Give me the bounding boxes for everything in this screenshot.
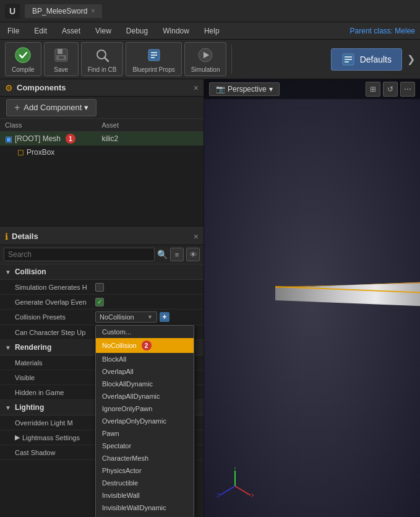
blueprint-props-label: Blueprint Props (132, 66, 174, 73)
dropdown-item-blockalldynamic[interactable]: BlockAllDynamic (96, 378, 194, 390)
mesh-icon: ▣ (5, 134, 12, 144)
menu-asset[interactable]: Asset (59, 25, 83, 37)
svg-line-27 (220, 486, 235, 495)
find-icon (92, 45, 112, 65)
collision-presets-label: Collision Presets (15, 313, 95, 321)
components-panel: ⚙ Components × + Add Component ▾ Class A… (0, 79, 204, 228)
perspective-label: Perspective (228, 85, 267, 93)
search-icon: 🔍 (157, 250, 168, 259)
sim-generates-checkbox[interactable] (95, 283, 104, 292)
eye-button[interactable]: 👁 (186, 248, 200, 261)
perspective-arrow-icon: ▾ (269, 85, 273, 93)
viewport-grid-icon[interactable]: ⊞ (366, 82, 380, 97)
dropdown-item-overlapalldynamic[interactable]: OverlapAllDynamic (96, 390, 194, 402)
save-icon (51, 45, 71, 65)
dropdown-item-destructible[interactable]: Destructible (96, 477, 194, 489)
add-component-bar: + Add Component ▾ (0, 97, 204, 119)
components-close[interactable]: × (194, 83, 199, 93)
sim-generates-label: Simulation Generates H (15, 284, 95, 291)
row-asset-mesh: kilic2 (102, 134, 199, 143)
ue-logo: U (5, 4, 20, 19)
tab-close[interactable]: × (91, 7, 95, 14)
dropdown-item-nocollision[interactable]: NoCollision 2 (96, 338, 194, 353)
col-class: Class (5, 121, 102, 129)
gen-overlap-row: Generate Overlap Even (0, 295, 204, 310)
dropdown-item-overlaponlydynamic[interactable]: OverlapOnlyDynamic (96, 415, 194, 427)
dropdown-item-invisiblewall[interactable]: InvisibleWall (96, 489, 194, 502)
add-component-button[interactable]: + Add Component ▾ (6, 99, 96, 116)
details-panel: ℹ Details × 🔍 ≡ 👁 ▼ Collision Simulation… (0, 228, 204, 517)
menu-file[interactable]: File (5, 25, 22, 37)
viewport-more-icon[interactable]: ⋯ (400, 82, 415, 97)
details-icon: ℹ (5, 232, 8, 241)
menu-edit[interactable]: Edit (32, 25, 49, 37)
menu-bar: File Edit Asset View Debug Window Help P… (0, 22, 420, 40)
dropdown-item-trigger[interactable]: Trigger (96, 514, 194, 517)
defaults-button[interactable]: Defaults (331, 48, 402, 71)
collision-section-header[interactable]: ▼ Collision (0, 264, 204, 280)
components-panel-header: ⚙ Components × (0, 79, 204, 97)
dropdown-item-invisiblewalldynamic[interactable]: InvisibleWallDynamic (96, 502, 194, 514)
collision-presets-dropdown[interactable]: NoCollision ▼ Custom... NoCollision 2 (95, 311, 157, 323)
svg-text:Y: Y (233, 467, 237, 471)
lighting-section-title: Lighting (15, 403, 44, 412)
sim-generates-row: Simulation Generates H (0, 280, 204, 295)
collision-arrow-icon: ▼ (5, 269, 11, 276)
hidden-in-game-label: Hidden in Game (15, 389, 95, 396)
dropdown-selected-value: NoCollision (100, 313, 134, 321)
save-button[interactable]: Save (44, 42, 79, 76)
svg-marker-19 (275, 282, 420, 306)
plus-icon: + (14, 102, 20, 113)
lightmass-settings-label: ▶ Lightmass Settings (15, 433, 95, 441)
row-label-mesh: [ROOT] Mesh (15, 134, 61, 143)
collision-dropdown-menu[interactable]: Custom... NoCollision 2 BlockAll Overlap… (95, 325, 194, 517)
dropdown-item-pawn[interactable]: Pawn (96, 427, 194, 440)
dropdown-plus-button[interactable]: + (160, 312, 169, 322)
details-close[interactable]: × (194, 232, 199, 241)
dropdown-item-physicsactor[interactable]: PhysicsActor (96, 464, 194, 477)
viewport-refresh-icon[interactable]: ↺ (383, 82, 398, 97)
gen-overlap-checkbox[interactable] (95, 298, 104, 306)
dropdown-item-blockall[interactable]: BlockAll (96, 353, 194, 365)
toolbar-right: Defaults ❯ (331, 48, 415, 71)
dropdown-trigger[interactable]: NoCollision ▼ (95, 311, 157, 323)
viewport[interactable]: 📷 Perspective ▾ ⊞ ↺ ⋯ X Y Z (204, 79, 420, 517)
table-row[interactable]: ▣ [ROOT] Mesh 1 kilic2 (0, 132, 204, 146)
dropdown-item-spectator[interactable]: Spectator (96, 440, 194, 452)
details-title: Details (12, 232, 38, 241)
dropdown-item-custom[interactable]: Custom... (96, 326, 194, 338)
viewport-controls: ⊞ ↺ ⋯ (366, 82, 415, 97)
menu-debug[interactable]: Debug (124, 25, 150, 37)
filter-button[interactable]: ≡ (170, 248, 184, 261)
main-layout: ⚙ Components × + Add Component ▾ Class A… (0, 79, 420, 517)
dropdown-item-overlapall[interactable]: OverlapAll (96, 365, 194, 378)
number-badge-2: 2 (142, 341, 152, 350)
lightmass-arrow-icon: ▶ (15, 433, 20, 441)
compile-button[interactable]: Compile (5, 42, 41, 76)
svg-line-6 (105, 58, 108, 61)
dropdown-item-ignoreonlypawn[interactable]: IgnoreOnlyPawn (96, 402, 194, 415)
menu-view[interactable]: View (93, 25, 114, 37)
collision-presets-row: Collision Presets NoCollision ▼ Custom..… (0, 310, 204, 325)
main-tab[interactable]: BP_MeleeSword × (25, 4, 102, 18)
search-input[interactable] (4, 248, 155, 261)
find-in-cb-button[interactable]: Find in CB (81, 42, 124, 76)
menu-window[interactable]: Window (160, 25, 192, 37)
svg-point-0 (15, 48, 30, 63)
menu-help[interactable]: Help (202, 25, 222, 37)
simulation-button[interactable]: Simulation (184, 42, 227, 76)
table-row[interactable]: ◻ ProxBox (0, 146, 204, 159)
search-bar: 🔍 ≡ 👁 (0, 245, 204, 264)
perspective-dropdown[interactable]: 📷 Perspective ▾ (209, 82, 280, 96)
svg-text:Z: Z (216, 492, 220, 498)
left-panel: ⚙ Components × + Add Component ▾ Class A… (0, 79, 204, 517)
blueprint-props-icon (144, 45, 164, 65)
components-title: Components (17, 83, 66, 92)
blueprint-props-button[interactable]: Blueprint Props (126, 42, 181, 76)
dropdown-item-charactermesh[interactable]: CharacterMesh (96, 452, 194, 464)
toolbar: Compile Save Find in CB (0, 40, 420, 79)
chevron-right-icon[interactable]: ❯ (407, 53, 415, 65)
lighting-arrow-icon: ▼ (5, 404, 11, 411)
details-panel-header: ℹ Details × (0, 228, 204, 245)
simulation-label: Simulation (191, 66, 220, 73)
